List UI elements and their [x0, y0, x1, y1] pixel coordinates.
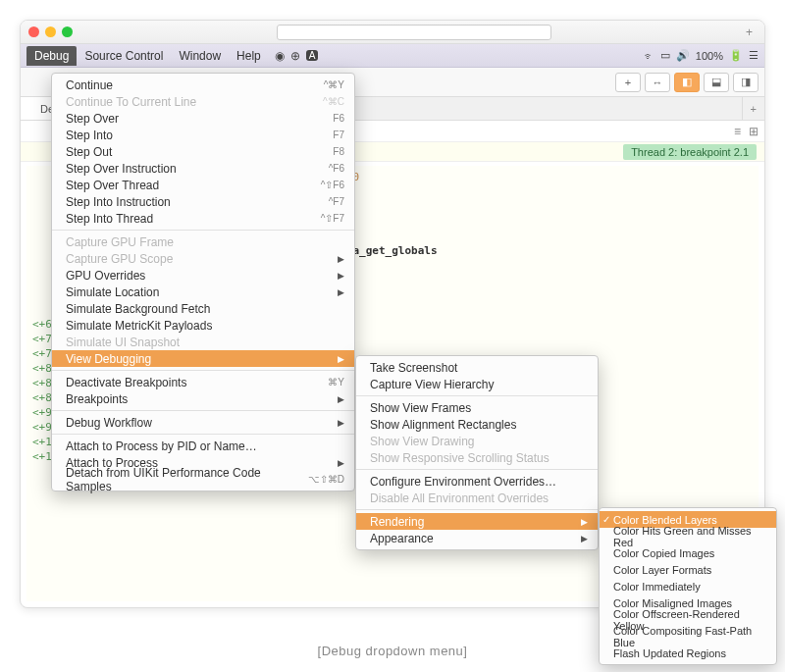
menu-item-label: Breakpoints — [66, 392, 318, 406]
battery-percent: 100% — [696, 50, 723, 62]
menu-item-label: Continue To Current Line — [66, 95, 303, 109]
titlebar: + — [21, 21, 764, 44]
close-icon[interactable] — [28, 26, 39, 37]
menu-item[interactable]: View Debugging▶ — [52, 350, 354, 367]
menu-item-label: Step Into — [66, 129, 313, 142]
menu-item[interactable]: Simulate Background Fetch — [52, 300, 354, 317]
menu-item-label: Show Responsive Scrolling Status — [370, 451, 588, 465]
add-icon[interactable]: ⊕ — [290, 49, 300, 63]
menu-item[interactable]: Step OutF8 — [52, 143, 354, 160]
menu-item[interactable]: Step Into Instruction^F7 — [52, 193, 354, 210]
menu-item: Show Responsive Scrolling Status — [356, 449, 598, 466]
menu-item[interactable]: Appearance▶ — [356, 530, 598, 546]
submenu-arrow-icon: ▶ — [338, 271, 344, 281]
menu-item-label: Color Layer Formats — [613, 564, 766, 576]
menu-item[interactable]: Show Alignment Rectangles — [356, 416, 598, 433]
menu-item[interactable]: Show View Frames — [356, 399, 598, 416]
breakpoint-badge: Thread 2: breakpoint 2.1 — [623, 144, 757, 160]
menu-item-label: Attach to Process by PID or Name… — [66, 439, 344, 453]
menu-item-label: Capture GPU Scope — [66, 252, 318, 266]
submenu-arrow-icon: ▶ — [338, 254, 344, 264]
submenu-arrow-icon: ▶ — [338, 418, 344, 428]
assistant-icon[interactable]: A — [306, 50, 319, 61]
menu-item[interactable]: Step IntoF7 — [52, 127, 354, 143]
menu-shortcut: ⌥⇧⌘D — [308, 474, 344, 485]
menu-item[interactable]: Color Compositing Fast-Path Blue — [600, 628, 776, 645]
menu-item-label: Simulate UI Snapshot — [66, 336, 344, 349]
new-tab-button[interactable]: + — [742, 26, 757, 39]
menu-item-label: GPU Overrides — [66, 269, 318, 283]
menu-item[interactable]: Color Hits Green and Misses Red — [600, 528, 776, 544]
menu-item-label: Step Over Instruction — [66, 162, 309, 176]
menu-item-label: Color Copied Images — [613, 547, 766, 559]
menu-item-label: Step Out — [66, 145, 313, 159]
menu-item[interactable]: Step OverF6 — [52, 110, 354, 127]
menu-item-label: Step Over Thread — [66, 179, 301, 192]
menu-item[interactable]: Color Layer Formats — [600, 561, 776, 578]
menu-item[interactable]: Detach from UIKit Performance Code Sampl… — [52, 471, 354, 488]
menu-shortcut: ⌘Y — [328, 377, 344, 388]
menu-item[interactable]: Attach to Process by PID or Name… — [52, 438, 354, 454]
submenu-arrow-icon: ▶ — [338, 287, 344, 297]
wifi-icon: ᯤ — [644, 50, 654, 62]
add-button[interactable]: + — [615, 73, 641, 92]
submenu-arrow-icon: ▶ — [581, 534, 588, 543]
menu-separator — [52, 434, 354, 435]
menu-source-control[interactable]: Source Control — [77, 46, 171, 66]
menu-item[interactable]: GPU Overrides▶ — [52, 267, 354, 284]
list-icon[interactable]: ≡ — [734, 125, 741, 138]
menu-debug[interactable]: Debug — [26, 46, 77, 66]
record-icon[interactable]: ◉ — [275, 49, 285, 63]
submenu-arrow-icon: ▶ — [338, 354, 344, 364]
submenu-arrow-icon: ▶ — [338, 458, 344, 468]
menu-item[interactable]: Step Into Thread^⇧F7 — [52, 210, 354, 227]
menu-item[interactable]: Breakpoints▶ — [52, 390, 354, 407]
menu-item-label: Rendering — [370, 515, 561, 529]
menu-item-label: Debug Workflow — [66, 416, 318, 430]
menu-item[interactable]: Continue^⌘Y — [52, 77, 354, 93]
menu-item[interactable]: Capture View Hierarchy — [356, 376, 598, 392]
submenu-arrow-icon: ▶ — [581, 517, 588, 527]
menu-separator — [356, 469, 598, 470]
volume-icon: 🔊 — [676, 49, 690, 62]
right-panel-button[interactable]: ◨ — [733, 73, 759, 92]
caption: [Debug dropdown menu] — [0, 644, 785, 658]
menu-item[interactable]: Step Over Thread^⇧F6 — [52, 177, 354, 193]
menu-item[interactable]: Rendering▶ — [356, 513, 598, 530]
menu-item[interactable]: Simulate MetricKit Payloads — [52, 317, 354, 334]
left-panel-button[interactable]: ◧ — [674, 73, 700, 92]
layout-icon[interactable]: ⊞ — [749, 125, 759, 138]
zoom-icon[interactable] — [62, 26, 73, 37]
menu-item: Capture GPU Scope▶ — [52, 250, 354, 267]
menu-icon[interactable]: ☰ — [749, 49, 759, 62]
minimize-icon[interactable] — [45, 26, 56, 37]
titlebar-field[interactable] — [277, 25, 551, 40]
display-icon: ▭ — [660, 49, 670, 62]
menu-item[interactable]: Simulate Location▶ — [52, 284, 354, 300]
menu-item[interactable]: Color Copied Images — [600, 544, 776, 561]
menu-item-label: Step Over — [66, 112, 313, 126]
menu-item-label: Disable All Environment Overrides — [370, 491, 588, 505]
menu-help[interactable]: Help — [229, 46, 269, 66]
menu-item: Continue To Current Line^⌘C — [52, 93, 354, 110]
menu-item-label: Deactivate Breakpoints — [66, 376, 308, 389]
menu-window[interactable]: Window — [171, 46, 229, 66]
menu-item[interactable]: Take Screenshot — [356, 359, 598, 376]
navigate-button[interactable]: ↔ — [645, 73, 670, 92]
menu-item[interactable]: Deactivate Breakpoints⌘Y — [52, 374, 354, 390]
menu-item-label: Simulate Location — [66, 285, 318, 299]
menu-item[interactable]: Debug Workflow▶ — [52, 414, 354, 431]
menubar: Debug Source Control Window Help ◉ ⊕ A ᯤ… — [21, 44, 764, 68]
menu-item[interactable]: Step Over Instruction^F6 — [52, 160, 354, 177]
tab-add-button[interactable]: + — [742, 97, 764, 120]
rendering-submenu: ✓Color Blended LayersColor Hits Green an… — [599, 507, 777, 665]
menu-separator — [52, 230, 354, 231]
menu-item[interactable]: Configure Environment Overrides… — [356, 473, 598, 490]
menu-shortcut: ^F7 — [329, 196, 344, 207]
menu-item[interactable]: Color Immediately — [600, 578, 776, 594]
menu-shortcut: ^⇧F6 — [321, 180, 344, 190]
menu-item: Show View Drawing — [356, 433, 598, 449]
menu-item-label: Color Immediately — [613, 581, 766, 593]
menu-item: Disable All Environment Overrides — [356, 490, 598, 506]
bottom-panel-button[interactable]: ⬓ — [704, 73, 729, 92]
